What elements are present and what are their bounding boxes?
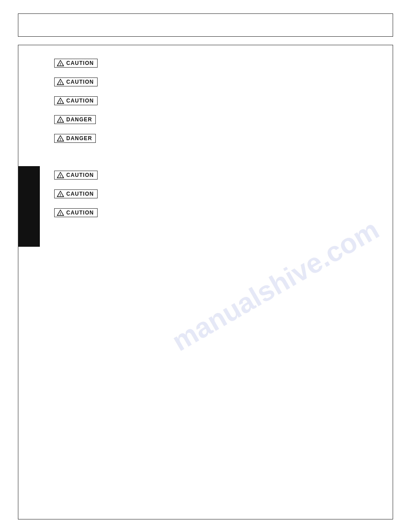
caution-badge-2: ! CAUTION [54,96,98,105]
caution-badge-5: ! CAUTION [54,208,98,217]
danger-label-1: DANGER [66,135,92,142]
caution-label-2: CAUTION [66,98,94,104]
main-content-box: manualshive.com ! CAUTION ! CAUTION ! C [18,45,393,519]
danger-label-0: DANGER [66,116,92,123]
svg-text:!: ! [60,137,61,142]
caution-label-0: CAUTION [66,60,94,66]
caution-icon-2: ! [57,98,64,104]
caution-label-3: CAUTION [66,172,94,178]
side-tab [18,166,40,247]
caution-badge-0: ! CAUTION [54,59,98,68]
caution-label-4: CAUTION [66,191,94,197]
caution-icon-5: ! [57,210,64,216]
caution-badge-1: ! CAUTION [54,77,98,86]
caution-icon-1: ! [57,79,64,85]
caution-label-5: CAUTION [66,210,94,216]
top-header-box [18,13,393,37]
svg-text:!: ! [60,62,61,66]
danger-icon-1: ! [57,135,64,142]
svg-text:!: ! [60,81,61,85]
caution-icon-0: ! [57,60,64,66]
svg-text:!: ! [60,118,61,123]
svg-text:!: ! [60,193,61,197]
caution-badge-4: ! CAUTION [54,189,98,198]
caution-icon-3: ! [57,172,64,178]
svg-text:!: ! [60,99,61,104]
caution-icon-4: ! [57,191,64,197]
danger-badge-0: ! DANGER [54,115,96,124]
badges-section: ! CAUTION ! CAUTION ! CAUTION ! [54,54,375,227]
watermark: manualshive.com [167,213,384,357]
caution-badge-3: ! CAUTION [54,171,98,180]
caution-label-1: CAUTION [66,79,94,85]
svg-text:!: ! [60,211,61,216]
danger-icon-0: ! [57,116,64,123]
svg-text:!: ! [60,174,61,178]
danger-badge-1: ! DANGER [54,134,96,143]
